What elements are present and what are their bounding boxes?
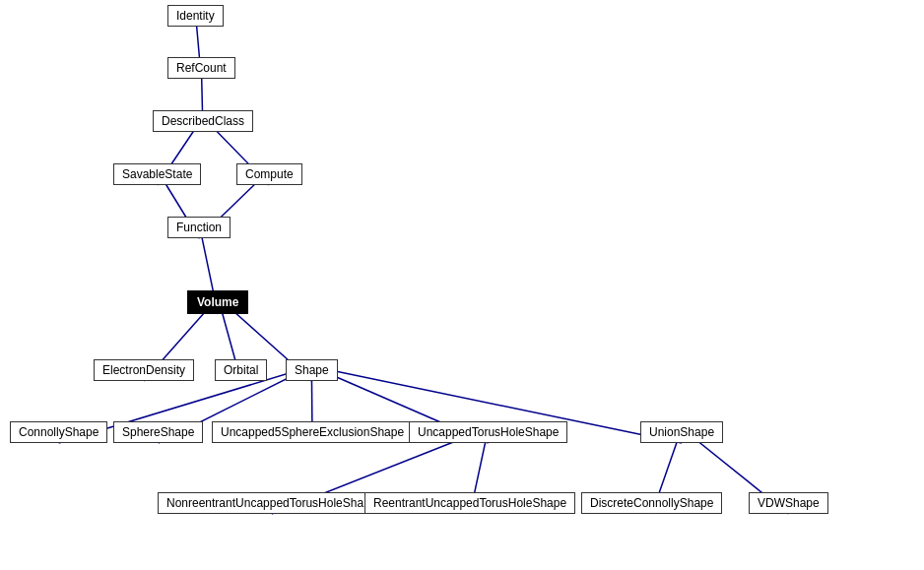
node-Identity[interactable]: Identity <box>167 5 224 27</box>
node-Shape[interactable]: Shape <box>286 359 338 381</box>
node-Volume[interactable]: Volume <box>187 290 248 314</box>
arrows-svg <box>0 0 924 570</box>
node-NonreentrantUncappedTorusHoleShape[interactable]: NonreentrantUncappedTorusHoleShape <box>158 492 385 514</box>
node-UncappedTorusHoleShape[interactable]: UncappedTorusHoleShape <box>409 421 567 443</box>
diagram-container: IdentityRefCountDescribedClassSavableSta… <box>0 0 924 570</box>
node-ConnollyShape[interactable]: ConnollyShape <box>10 421 107 443</box>
node-Compute[interactable]: Compute <box>236 163 302 185</box>
node-UnionShape[interactable]: UnionShape <box>640 421 723 443</box>
node-Orbital[interactable]: Orbital <box>215 359 267 381</box>
node-DescribedClass[interactable]: DescribedClass <box>153 110 253 132</box>
node-Function[interactable]: Function <box>167 217 231 238</box>
node-DiscreteConnollyShape[interactable]: DiscreteConnollyShape <box>581 492 722 514</box>
node-ElectronDensity[interactable]: ElectronDensity <box>94 359 194 381</box>
node-Uncapped5SphereExclusionShape[interactable]: Uncapped5SphereExclusionShape <box>212 421 413 443</box>
node-RefCount[interactable]: RefCount <box>167 57 235 79</box>
node-ReentrantUncappedTorusHoleShape[interactable]: ReentrantUncappedTorusHoleShape <box>364 492 575 514</box>
node-SavableState[interactable]: SavableState <box>113 163 201 185</box>
node-SphereShape[interactable]: SphereShape <box>113 421 203 443</box>
node-VDWShape[interactable]: VDWShape <box>749 492 828 514</box>
